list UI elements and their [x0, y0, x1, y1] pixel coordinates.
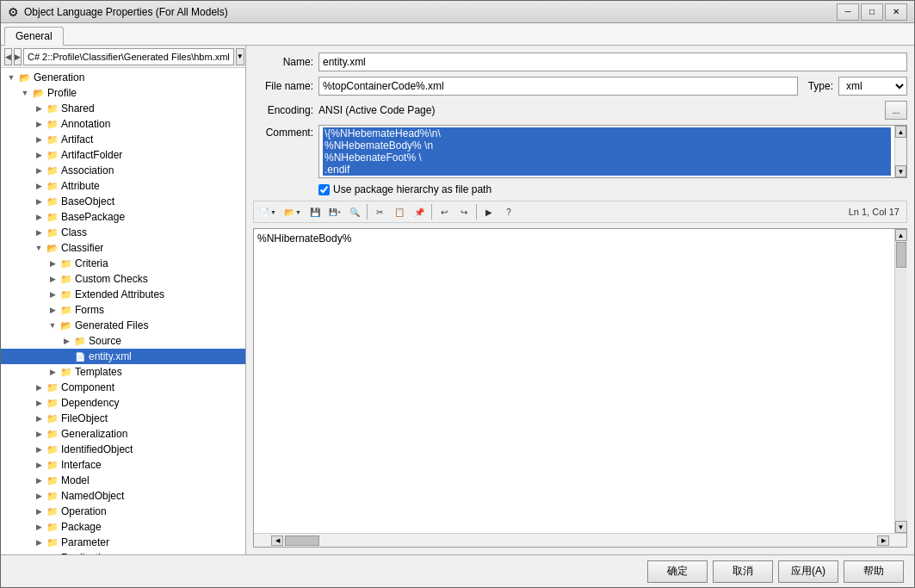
- tree-item-operation[interactable]: Operation: [1, 504, 245, 519]
- tree-expander-association[interactable]: [32, 164, 46, 177]
- tree-expander-basepackage[interactable]: [32, 210, 46, 224]
- tree-expander-dependency[interactable]: [32, 396, 46, 410]
- tree-item-generation[interactable]: Generation: [1, 70, 245, 85]
- cut-toolbar-button[interactable]: ✂: [370, 203, 389, 220]
- redo-toolbar-button[interactable]: ↪: [454, 203, 473, 220]
- cancel-button[interactable]: 取消: [713, 560, 773, 583]
- tree-expander-classifier[interactable]: [32, 241, 46, 255]
- vscroll-up-button[interactable]: ▲: [895, 229, 907, 241]
- paste-toolbar-button[interactable]: 📌: [410, 203, 429, 220]
- tree-item-parameter[interactable]: Parameter: [1, 535, 245, 550]
- tree-item-criteria[interactable]: Criteria: [1, 256, 245, 271]
- vscroll-thumb[interactable]: [896, 242, 906, 268]
- tree-item-interface[interactable]: Interface: [1, 457, 245, 473]
- tree-item-artifactfolder[interactable]: ArtifactFolder: [1, 147, 245, 163]
- help-button[interactable]: 帮助: [844, 560, 904, 583]
- tree-item-classifier[interactable]: Classifier: [1, 240, 245, 256]
- tree-item-dependency[interactable]: Dependency: [1, 395, 245, 411]
- undo-toolbar-button[interactable]: ↩: [435, 203, 454, 220]
- tree-expander-component[interactable]: [32, 381, 46, 394]
- tree-item-templates[interactable]: Templates: [1, 364, 245, 380]
- tree-expander-extendedattributes[interactable]: [46, 288, 59, 301]
- tree-item-generalization[interactable]: Generalization: [1, 426, 245, 442]
- tree-expander-customchecks[interactable]: [46, 272, 59, 286]
- save-toolbar-button[interactable]: 💾: [306, 203, 325, 220]
- tree-expander-package[interactable]: [32, 520, 46, 534]
- saveas-toolbar-button[interactable]: 💾+: [325, 203, 344, 220]
- nav-path-dropdown[interactable]: ▼: [236, 48, 244, 65]
- tree-expander-artifactfolder[interactable]: [32, 148, 46, 162]
- tree-item-source[interactable]: Source: [1, 333, 245, 349]
- tree-item-association[interactable]: Association: [1, 163, 245, 178]
- editor-hscroll[interactable]: ◀ ▶: [254, 533, 906, 547]
- tab-general[interactable]: General: [4, 27, 64, 46]
- tree-item-annotation[interactable]: Annotation: [1, 116, 245, 132]
- tree-expander-generalization[interactable]: [32, 427, 46, 441]
- tree-expander-templates[interactable]: [46, 365, 59, 379]
- tree-expander-fileobject[interactable]: [32, 412, 46, 425]
- filename-input[interactable]: [318, 77, 798, 96]
- tree-expander-parameter[interactable]: [32, 535, 46, 549]
- package-hierarchy-checkbox[interactable]: [318, 184, 330, 195]
- tree-item-profile[interactable]: Profile: [1, 85, 245, 101]
- find-toolbar-button[interactable]: 🔍: [345, 203, 364, 220]
- tree-expander-attribute[interactable]: [32, 179, 46, 193]
- ok-button[interactable]: 确定: [647, 560, 708, 583]
- tree-expander-identifiedobject[interactable]: [32, 443, 46, 456]
- tree-expander-annotation[interactable]: [32, 117, 46, 131]
- tree-item-namedobject[interactable]: NamedObject: [1, 488, 245, 504]
- tree-item-component[interactable]: Component: [1, 380, 245, 395]
- tree-item-basepackage[interactable]: BasePackage: [1, 209, 245, 225]
- tree-expander-forms[interactable]: [46, 303, 59, 317]
- tree-item-entityxml[interactable]: entity.xml: [1, 349, 245, 364]
- nav-back-button[interactable]: ◀: [4, 48, 12, 65]
- tree-expander-profile[interactable]: [18, 86, 32, 100]
- tree-item-generatedfiles[interactable]: Generated Files: [1, 318, 245, 333]
- tree-expander-source[interactable]: [59, 334, 73, 348]
- tree-expander-artifact[interactable]: [32, 133, 46, 146]
- tree-item-artifact[interactable]: Artifact: [1, 132, 245, 147]
- apply-button[interactable]: 应用(A): [778, 560, 838, 583]
- tree-item-extendedattributes[interactable]: Extended Attributes: [1, 287, 245, 302]
- tree-expander-namedobject[interactable]: [32, 489, 46, 503]
- tree-expander-baseobject[interactable]: [32, 195, 46, 208]
- maximize-button[interactable]: □: [861, 3, 883, 21]
- vscroll-down-button[interactable]: ▼: [895, 521, 907, 533]
- scroll-down-button[interactable]: ▼: [895, 165, 906, 177]
- tree-expander-operation[interactable]: [32, 504, 46, 518]
- open-dropdown-button[interactable]: 📂▼: [281, 203, 305, 220]
- tree-item-identifiedobject[interactable]: IdentifiedObject: [1, 442, 245, 457]
- tree-expander-generatedfiles[interactable]: [46, 319, 59, 332]
- nav-forward-button[interactable]: ▶: [14, 48, 22, 65]
- editor-content[interactable]: %NHibernateBody%: [254, 229, 894, 533]
- new-dropdown-button[interactable]: 📄▼: [256, 203, 280, 220]
- tree-item-shared[interactable]: Shared: [1, 101, 245, 116]
- tree-item-customchecks[interactable]: Custom Checks: [1, 271, 245, 287]
- tree-expander-shared[interactable]: [32, 102, 46, 115]
- scroll-up-button[interactable]: ▲: [895, 126, 906, 138]
- tree-item-forms[interactable]: Forms: [1, 302, 245, 318]
- tree-item-class[interactable]: Class: [1, 225, 245, 240]
- type-select[interactable]: xml java cs: [838, 77, 907, 96]
- hscroll-left-button[interactable]: ◀: [271, 535, 283, 546]
- comment-scrollbar[interactable]: ▲ ▼: [894, 126, 906, 177]
- editor-vscroll[interactable]: ▲ ▼: [894, 229, 906, 533]
- tree-expander-model[interactable]: [32, 473, 46, 487]
- name-input[interactable]: [318, 53, 907, 71]
- run-toolbar-button[interactable]: ▶: [479, 203, 498, 220]
- close-button[interactable]: ✕: [885, 3, 907, 21]
- tree-expander-class[interactable]: [32, 226, 46, 239]
- tree-item-model[interactable]: Model: [1, 473, 245, 488]
- copy-toolbar-button[interactable]: 📋: [390, 203, 409, 220]
- help-toolbar-button[interactable]: ?: [499, 203, 518, 220]
- tree-item-baseobject[interactable]: BaseObject: [1, 194, 245, 209]
- tree-expander-criteria[interactable]: [46, 257, 59, 270]
- tree-item-package[interactable]: Package: [1, 519, 245, 535]
- tree-container[interactable]: Generation Profile Shared: [1, 68, 245, 554]
- tree-item-attribute[interactable]: Attribute: [1, 178, 245, 194]
- minimize-button[interactable]: ─: [837, 3, 859, 21]
- hscroll-right-button[interactable]: ▶: [877, 535, 889, 546]
- tree-expander-interface[interactable]: [32, 458, 46, 472]
- encoding-browse-button[interactable]: ...: [885, 101, 907, 120]
- hscroll-thumb[interactable]: [285, 535, 319, 546]
